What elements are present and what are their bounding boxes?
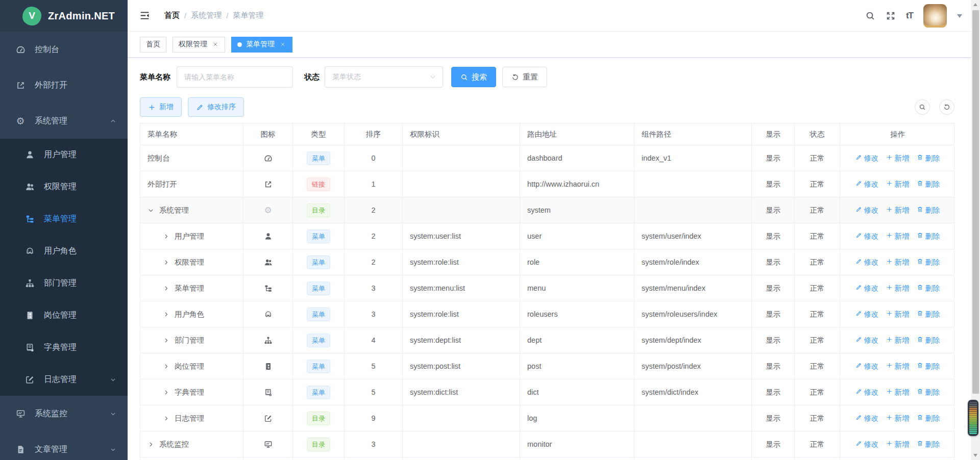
sidebar-item-log-mgmt[interactable]: 日志管理 — [0, 364, 128, 396]
expand-row-icon[interactable] — [163, 311, 175, 318]
edit-link[interactable]: 修改 — [855, 284, 879, 293]
menu-name-label: 菜单名称 — [140, 72, 170, 82]
edit-link[interactable]: 修改 — [855, 258, 879, 267]
close-icon[interactable] — [279, 41, 286, 48]
expand-row-icon[interactable] — [163, 363, 175, 370]
add-link[interactable]: 新增 — [886, 180, 910, 189]
delete-link[interactable]: 删除 — [917, 388, 940, 397]
expand-row-icon[interactable] — [148, 441, 159, 448]
sidebar-item-menu-mgmt[interactable]: 菜单管理 — [0, 203, 128, 235]
edit-link[interactable]: 修改 — [855, 440, 879, 449]
sidebar-item-user-role[interactable]: 用户角色 — [0, 235, 128, 267]
edit-link[interactable]: 修改 — [855, 180, 879, 189]
add-link[interactable]: 新增 — [886, 284, 910, 293]
close-icon[interactable] — [211, 41, 219, 48]
sidebar-item-perm-mgmt[interactable]: 权限管理 — [0, 171, 128, 203]
delete-link[interactable]: 删除 — [917, 362, 940, 371]
delete-link[interactable]: 删除 — [917, 154, 940, 163]
add-link[interactable]: 新增 — [886, 154, 910, 163]
sidebar-item-dict-mgmt[interactable]: 字典管理 — [0, 331, 128, 364]
add-link[interactable]: 新增 — [886, 388, 910, 397]
expand-row-icon[interactable] — [163, 389, 175, 396]
tab-menu-mgmt[interactable]: 菜单管理 — [231, 37, 292, 53]
org-icon — [264, 336, 273, 345]
partial-cell — [403, 457, 520, 460]
expand-row-icon[interactable] — [163, 285, 175, 292]
sidebar-item-system-mgmt[interactable]: ⚙系统管理 — [0, 103, 128, 139]
tab-perm-mgmt[interactable]: 权限管理 — [173, 37, 225, 53]
top-navbar: 首页/系统管理/菜单管理 tT — [128, 0, 971, 32]
add-link[interactable]: 新增 — [886, 414, 910, 423]
expand-row-icon[interactable] — [163, 415, 175, 422]
fullscreen-icon[interactable] — [886, 11, 896, 21]
trash-icon — [917, 284, 923, 292]
edit-link[interactable]: 修改 — [855, 232, 879, 241]
delete-link[interactable]: 删除 — [917, 310, 940, 319]
add-link[interactable]: 新增 — [886, 232, 910, 241]
search-button[interactable]: 搜索 — [451, 67, 496, 87]
sort-cell: 4 — [345, 327, 403, 353]
tab-home[interactable]: 首页 — [140, 37, 166, 53]
edit-link[interactable]: 修改 — [855, 388, 879, 397]
edit-link[interactable]: 修改 — [855, 362, 879, 371]
edit-link[interactable]: 修改 — [855, 336, 879, 345]
avatar[interactable] — [923, 4, 947, 28]
edit-link[interactable]: 修改 — [855, 310, 879, 319]
table-row: 用户管理菜单2system:user:listusersystem/user/i… — [140, 223, 954, 249]
reset-button[interactable]: 重置 — [502, 67, 547, 87]
add-link[interactable]: 新增 — [886, 258, 910, 267]
add-link[interactable]: 新增 — [886, 440, 910, 449]
menu-name: 部门管理 — [175, 336, 204, 345]
status-select[interactable]: 菜单状态 — [325, 66, 443, 88]
scroll-down-icon[interactable] — [973, 454, 977, 457]
scroll-up-icon[interactable] — [973, 3, 977, 6]
delete-link[interactable]: 删除 — [917, 180, 940, 189]
header-search-icon[interactable] — [865, 11, 875, 21]
add-link[interactable]: 新增 — [886, 362, 910, 371]
breadcrumb-item-home[interactable]: 首页 — [164, 11, 180, 20]
sort-cell: 3 — [345, 301, 403, 327]
scrollbar-thumb[interactable] — [972, 10, 979, 394]
floating-color-widget[interactable] — [968, 400, 978, 436]
sort-cell: 5 — [345, 379, 403, 405]
menu-name-input[interactable] — [177, 66, 293, 88]
sidebar-item-article-mgmt[interactable]: 文章管理 — [0, 431, 128, 460]
add-link[interactable]: 新增 — [886, 206, 910, 215]
delete-link[interactable]: 删除 — [917, 284, 940, 293]
edit-link[interactable]: 修改 — [855, 206, 879, 215]
edit-link[interactable]: 修改 — [855, 154, 879, 163]
sidebar-item-label: 菜单管理 — [44, 214, 77, 224]
delete-link[interactable]: 删除 — [917, 336, 940, 345]
toggle-search-button[interactable] — [915, 99, 930, 115]
expand-row-icon[interactable] — [163, 337, 175, 344]
add-button[interactable]: 新增 — [140, 97, 182, 117]
sidebar-item-dashboard[interactable]: 控制台 — [0, 32, 128, 67]
sidebar-item-external-open[interactable]: 外部打开 — [0, 67, 128, 103]
action-label: 删除 — [925, 284, 940, 293]
sidebar-item-post-mgmt[interactable]: 岗位管理 — [0, 299, 128, 331]
sort-edit-button[interactable]: 修改排序 — [188, 97, 244, 117]
delete-link[interactable]: 删除 — [917, 440, 940, 449]
delete-link[interactable]: 删除 — [917, 206, 940, 215]
collapse-row-icon[interactable] — [148, 207, 159, 214]
menu-icon-cell — [243, 379, 293, 405]
edit-link[interactable]: 修改 — [855, 414, 879, 423]
sidebar-item-user-mgmt[interactable]: 用户管理 — [0, 139, 128, 171]
sidebar-item-dept-mgmt[interactable]: 部门管理 — [0, 267, 128, 299]
add-link[interactable]: 新增 — [886, 336, 910, 345]
hamburger-icon[interactable] — [139, 10, 150, 21]
avatar-caret-icon[interactable] — [957, 14, 962, 20]
add-link[interactable]: 新增 — [886, 310, 910, 319]
page-scrollbar[interactable] — [971, 0, 980, 460]
delete-link[interactable]: 删除 — [917, 258, 940, 267]
delete-link[interactable]: 删除 — [917, 414, 940, 423]
menu-name-cell: 日志管理 — [140, 405, 243, 431]
app-logo[interactable]: V ZrAdmin.NET — [0, 0, 128, 32]
table-refresh-button[interactable] — [939, 99, 954, 115]
font-size-icon[interactable]: tT — [906, 11, 913, 21]
sidebar-item-system-monitor[interactable]: 系统监控 — [0, 396, 128, 431]
expand-row-icon[interactable] — [163, 259, 175, 266]
delete-link[interactable]: 删除 — [917, 232, 940, 241]
expand-row-icon[interactable] — [163, 233, 175, 240]
menu-tree-icon — [264, 284, 273, 293]
